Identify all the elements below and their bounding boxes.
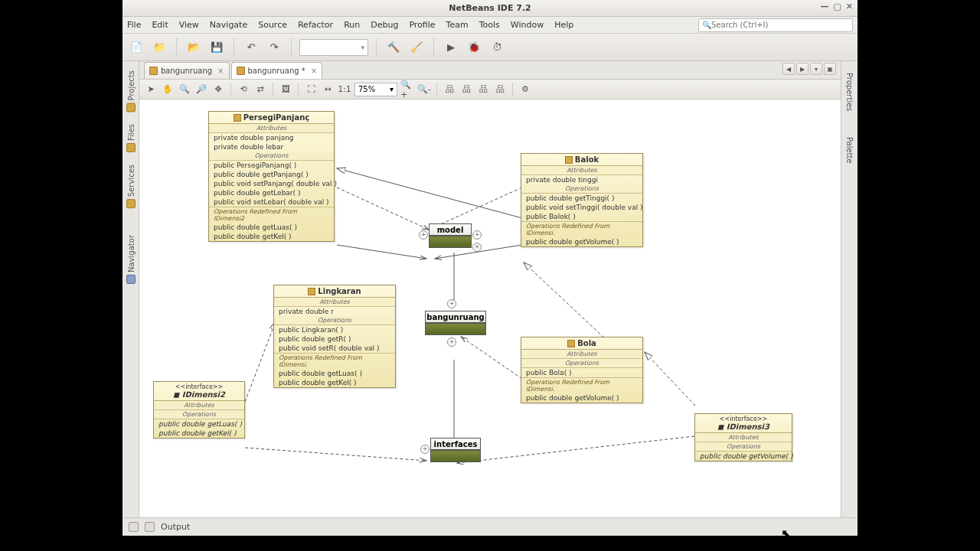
relationship-icon[interactable]: ⇄ bbox=[253, 83, 267, 96]
menu-run[interactable]: Run bbox=[344, 20, 360, 30]
select-tool-icon[interactable]: ➤ bbox=[144, 83, 158, 96]
new-project-icon[interactable]: 📁 bbox=[150, 38, 168, 57]
redo-icon[interactable]: ↷ bbox=[265, 38, 283, 57]
menubar: File Edit View Navigate Source Refactor … bbox=[122, 17, 858, 34]
class-balok[interactable]: Balok Attributes private double tinggi O… bbox=[521, 153, 643, 247]
layout4-icon[interactable]: 品 bbox=[493, 83, 507, 96]
class-lingkaran[interactable]: Lingkaran Attributes private double r Op… bbox=[273, 285, 396, 388]
tab-list-icon[interactable]: ▾ bbox=[810, 63, 822, 75]
save-all-icon[interactable]: 💾 bbox=[207, 38, 226, 57]
handle-icon[interactable]: + bbox=[447, 299, 456, 308]
search-icon: 🔍 bbox=[702, 21, 711, 29]
menu-view[interactable]: View bbox=[179, 20, 199, 30]
handle-icon[interactable]: + bbox=[420, 445, 430, 454]
tab-label: bangunruang * bbox=[248, 67, 305, 75]
svg-line-8 bbox=[245, 448, 426, 461]
profile-icon[interactable]: ⏱ bbox=[488, 38, 506, 57]
search-box[interactable]: 🔍 bbox=[698, 18, 853, 32]
layout3-icon[interactable]: 品 bbox=[476, 83, 490, 96]
svg-line-10 bbox=[645, 352, 695, 406]
maximize-icon[interactable]: ▢ bbox=[833, 2, 841, 11]
sync-icon[interactable]: ⟲ bbox=[237, 83, 250, 96]
clean-build-icon[interactable]: 🧹 bbox=[407, 38, 426, 57]
tab-close-icon[interactable]: × bbox=[311, 67, 317, 75]
menu-source[interactable]: Source bbox=[258, 20, 287, 30]
package-interfaces[interactable]: interfaces + bbox=[430, 438, 481, 462]
tab-prev-icon[interactable]: ◀ bbox=[782, 63, 795, 75]
panel-projects[interactable]: Projects bbox=[125, 66, 137, 116]
package-model[interactable]: model + + × bbox=[429, 223, 472, 248]
panel-palette[interactable]: Palette bbox=[844, 130, 855, 168]
menu-profile[interactable]: Profile bbox=[409, 20, 435, 30]
navigate-link-icon[interactable]: ✥ bbox=[211, 83, 225, 96]
tab-next-icon[interactable]: ▶ bbox=[796, 63, 808, 75]
menu-tools[interactable]: Tools bbox=[479, 20, 500, 30]
editor-tabs: bangunruang × bangunruang * × ◀ ▶ ▾ ▣ bbox=[139, 61, 841, 80]
open-project-icon[interactable]: 📂 bbox=[185, 38, 203, 57]
fit-width-icon[interactable]: ↔ bbox=[321, 83, 335, 96]
zoom-in-icon[interactable]: 🔍+ bbox=[400, 83, 414, 96]
svg-line-6 bbox=[461, 337, 522, 379]
export-image-icon[interactable]: 🖼 bbox=[279, 83, 292, 96]
tab-bangunruang-1[interactable]: bangunruang × bbox=[144, 62, 230, 79]
panel-properties[interactable]: Properties bbox=[844, 66, 855, 116]
zoom-combo[interactable]: 75%▾ bbox=[354, 83, 397, 96]
menu-window[interactable]: Window bbox=[511, 20, 544, 30]
menu-navigate[interactable]: Navigate bbox=[210, 20, 247, 30]
zoom-interactive-icon[interactable]: 🔎 bbox=[194, 83, 208, 96]
diagram-canvas[interactable]: PersegiPanjanç Attributes private double… bbox=[139, 99, 841, 517]
layout-settings-icon[interactable]: ⚙ bbox=[518, 83, 532, 96]
ide-window: NetBeans IDE 7.2 — ▢ ✕ File Edit View Na… bbox=[122, 0, 858, 536]
interface-idimensi2[interactable]: <<interface>>◼ IDimensi2 Attributes Oper… bbox=[153, 381, 245, 439]
diagram-toolbar: ➤ ✋ 🔍 🔎 ✥ ⟲ ⇄ 🖼 ⛶ ↔ 1:1 75%▾ 🔍+ 🔍- 品 品 bbox=[139, 80, 841, 99]
tab-maximize-icon[interactable]: ▣ bbox=[824, 63, 836, 75]
svg-line-4 bbox=[337, 168, 522, 218]
undo-icon[interactable]: ↶ bbox=[242, 38, 260, 57]
panel-files[interactable]: Files bbox=[125, 119, 137, 157]
zoom-marquee-icon[interactable]: 🔍 bbox=[178, 83, 191, 96]
menu-team[interactable]: Team bbox=[446, 20, 469, 30]
build-icon[interactable]: 🔨 bbox=[384, 38, 403, 57]
menu-file[interactable]: File bbox=[127, 20, 141, 30]
handle-icon[interactable]: + bbox=[472, 230, 482, 240]
panel-services[interactable]: Services bbox=[125, 160, 137, 213]
new-file-icon[interactable]: 📄 bbox=[127, 38, 145, 57]
handle-icon[interactable]: + bbox=[447, 337, 456, 347]
titlebar: NetBeans IDE 7.2 — ▢ ✕ bbox=[122, 0, 858, 17]
svg-line-7 bbox=[245, 321, 276, 402]
layout1-icon[interactable]: 品 bbox=[443, 83, 456, 96]
layout2-icon[interactable]: 品 bbox=[459, 83, 473, 96]
package-bangunruang[interactable]: bangunruang + + bbox=[425, 311, 486, 335]
pan-tool-icon[interactable]: ✋ bbox=[161, 83, 175, 96]
menu-help[interactable]: Help bbox=[554, 20, 573, 30]
config-combo[interactable]: ▾ bbox=[299, 39, 368, 56]
zoom-out-icon[interactable]: 🔍- bbox=[417, 83, 431, 96]
editor-area: bangunruang × bangunruang * × ◀ ▶ ▾ ▣ ➤ … bbox=[139, 61, 841, 517]
output-label[interactable]: Output bbox=[161, 522, 190, 532]
class-bola[interactable]: Bola Attributes Operations public Bola( … bbox=[521, 337, 643, 403]
window-title: NetBeans IDE 7.2 bbox=[449, 3, 531, 13]
menu-debug[interactable]: Debug bbox=[371, 20, 398, 30]
panel-navigator[interactable]: Navigator bbox=[125, 230, 137, 289]
handle-icon[interactable]: + bbox=[419, 230, 428, 240]
tab-bangunruang-2[interactable]: bangunruang * × bbox=[231, 62, 323, 79]
output-icon[interactable] bbox=[145, 522, 155, 532]
tab-label: bangunruang bbox=[161, 67, 212, 75]
search-input[interactable] bbox=[711, 21, 849, 29]
menu-refactor[interactable]: Refactor bbox=[298, 20, 333, 30]
handle-icon[interactable]: × bbox=[472, 243, 482, 252]
left-dock: Projects Files Services Navigator bbox=[122, 61, 139, 517]
run-icon[interactable]: ▶ bbox=[442, 38, 460, 57]
minimize-icon[interactable]: — bbox=[820, 2, 828, 11]
package-icon bbox=[237, 67, 245, 75]
fit-page-icon[interactable]: ⛶ bbox=[304, 83, 318, 96]
actual-size-icon[interactable]: 1:1 bbox=[338, 83, 351, 96]
tab-close-icon[interactable]: × bbox=[217, 67, 224, 75]
interface-idimensi3[interactable]: <<interface>>◼ IDimensi3 Attributes Oper… bbox=[694, 413, 792, 461]
class-persegipanjang[interactable]: PersegiPanjanç Attributes private double… bbox=[208, 111, 335, 242]
debug-icon[interactable]: 🐞 bbox=[465, 38, 483, 57]
close-icon[interactable]: ✕ bbox=[846, 2, 853, 11]
package-icon bbox=[149, 67, 158, 75]
restore-window-icon[interactable] bbox=[129, 522, 139, 532]
menu-edit[interactable]: Edit bbox=[152, 20, 168, 30]
